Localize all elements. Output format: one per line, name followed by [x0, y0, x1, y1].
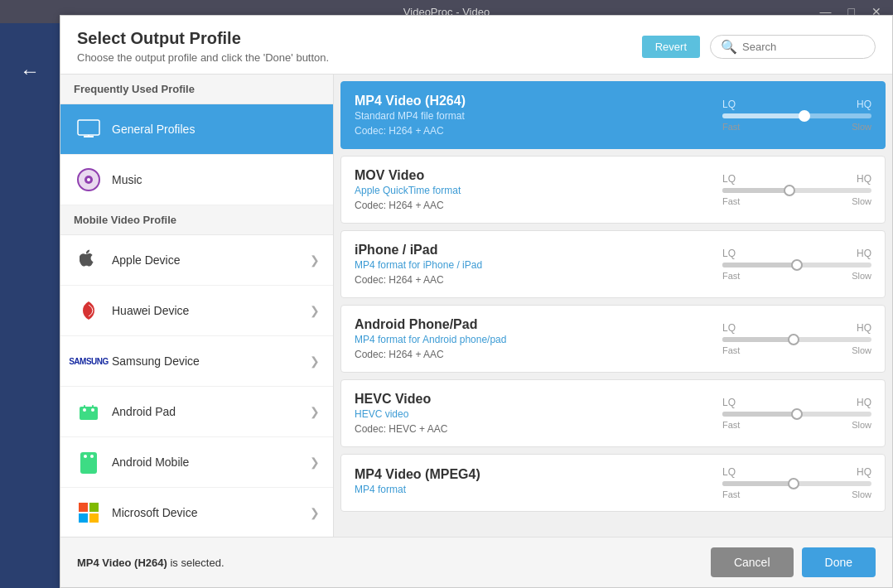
android-mobile-label: Android Mobile	[112, 455, 310, 469]
lq-hq-labels: LQ HQ	[722, 248, 871, 259]
profile-iphone-ipad[interactable]: iPhone / iPad MP4 format for iPhone / iP…	[340, 230, 886, 298]
android-pad-label: Android Pad	[112, 405, 310, 418]
sidebar-item-samsung-device[interactable]: SAMSUNG Samsung Device ❯	[60, 336, 333, 387]
svg-rect-1	[84, 136, 94, 137]
hq-label: HQ	[857, 397, 871, 408]
profile-sub: HEVC video	[355, 408, 689, 420]
profile-mov-video[interactable]: MOV Video Apple QuickTime format Codec: …	[340, 156, 886, 224]
search-container[interactable]: 🔍	[710, 35, 876, 59]
svg-rect-18	[89, 503, 99, 512]
svg-rect-7	[80, 407, 98, 420]
profile-sub: MP4 format for Android phone/pad	[355, 334, 689, 345]
fast-label: Fast	[722, 489, 740, 499]
profile-slider[interactable]: LQ HQ Fast Slow	[689, 248, 871, 281]
sidebar-item-huawei-device[interactable]: Huawei Device ❯	[60, 286, 333, 336]
profile-sub: Apple QuickTime format	[355, 185, 689, 196]
profile-mp4-mpeg4[interactable]: MP4 Video (MPEG4) MP4 format LQ HQ Fast	[340, 454, 886, 512]
slider-track[interactable]	[722, 113, 871, 118]
samsung-icon: SAMSUNG	[74, 346, 104, 376]
slider-labels: Fast Slow	[722, 122, 871, 132]
sidebar-item-apple-device[interactable]: Apple Device ❯	[60, 235, 333, 286]
mobile-video-title: Mobile Video Profile	[60, 205, 333, 235]
profile-codec: Codec: H264 + AAC	[355, 349, 689, 360]
profile-title: MOV Video	[355, 168, 689, 183]
slider-labels: Fast Slow	[722, 489, 871, 499]
sidebar-item-general-profiles[interactable]: General Profiles	[60, 104, 333, 155]
huawei-device-label: Huawei Device	[112, 304, 310, 317]
slider-fill	[722, 113, 804, 118]
microsoft-device-label: Microsoft Device	[112, 506, 310, 519]
lq-label: LQ	[722, 248, 736, 259]
slider-track[interactable]	[722, 188, 871, 193]
dialog-body: Frequently Used Profile General Profiles	[60, 75, 892, 537]
slider-thumb[interactable]	[784, 185, 795, 196]
microsoft-icon	[74, 498, 104, 528]
apple-device-label: Apple Device	[112, 253, 310, 267]
profile-sub: MP4 format	[355, 484, 689, 495]
slider-thumb[interactable]	[791, 259, 803, 271]
slider-labels: Fast Slow	[722, 271, 871, 281]
android-pad-icon	[74, 397, 104, 427]
slider-track[interactable]	[722, 412, 871, 417]
frequently-used-title: Frequently Used Profile	[60, 75, 333, 104]
profile-title: MP4 Video (MPEG4)	[355, 467, 689, 482]
lq-hq-labels: LQ HQ	[722, 173, 871, 185]
slow-label: Slow	[852, 489, 871, 499]
profile-slider[interactable]: LQ HQ Fast Slow	[689, 173, 871, 206]
profile-codec: Codec: HEVC + AAC	[355, 423, 689, 435]
slow-label: Slow	[852, 420, 871, 430]
slider-fill	[722, 481, 794, 486]
dialog-footer: MP4 Video (H264) is selected. Cancel Don…	[60, 537, 892, 587]
fast-label: Fast	[722, 122, 740, 132]
slider-thumb[interactable]	[788, 334, 799, 345]
sidebar-item-microsoft-device[interactable]: Microsoft Device ❯	[60, 488, 333, 537]
header-right: Revert 🔍	[642, 35, 876, 59]
profile-info: HEVC Video HEVC video Codec: HEVC + AAC	[355, 392, 689, 435]
slider-track[interactable]	[722, 263, 871, 267]
lq-label: LQ	[722, 397, 736, 408]
profile-mp4-h264[interactable]: MP4 Video (H264) Standard MP4 file forma…	[340, 81, 886, 149]
profile-hevc-video[interactable]: HEVC Video HEVC video Codec: HEVC + AAC …	[340, 379, 886, 447]
profile-slider[interactable]: LQ HQ Fast Slow	[689, 466, 871, 499]
slider-track[interactable]	[722, 337, 871, 342]
slider-thumb[interactable]	[791, 408, 803, 420]
hq-label: HQ	[857, 466, 871, 478]
profile-slider[interactable]: LQ HQ Fast Slow	[689, 397, 871, 430]
done-button[interactable]: Done	[802, 547, 876, 577]
svg-rect-17	[79, 503, 88, 512]
screen-icon	[74, 114, 104, 144]
slow-label: Slow	[852, 196, 871, 206]
sidebar-item-android-mobile[interactable]: Android Mobile ❯	[60, 437, 333, 488]
search-icon: 🔍	[721, 39, 737, 55]
profile-android-phone-pad[interactable]: Android Phone/Pad MP4 format for Android…	[340, 305, 886, 373]
dialog-subtitle: Choose the output profile and click the …	[77, 51, 329, 64]
search-input[interactable]	[742, 41, 865, 53]
cancel-button[interactable]: Cancel	[711, 547, 794, 577]
app-sidebar: ←	[0, 23, 60, 588]
slider-track[interactable]	[722, 481, 871, 486]
lq-label: LQ	[722, 173, 736, 185]
profile-title: iPhone / iPad	[355, 243, 689, 258]
slider-thumb[interactable]	[788, 478, 799, 489]
back-nav[interactable]: ←	[0, 46, 60, 96]
svg-point-8	[83, 408, 86, 412]
dialog-title-area: Select Output Profile Choose the output …	[77, 29, 329, 64]
music-label: Music	[112, 173, 320, 186]
slider-thumb[interactable]	[799, 110, 810, 122]
dialog-title: Select Output Profile	[77, 29, 329, 48]
sidebar-item-music[interactable]: Music	[60, 155, 333, 205]
lq-hq-labels: LQ HQ	[722, 397, 871, 408]
profile-slider[interactable]: LQ HQ Fast Slow	[689, 322, 871, 355]
profile-slider[interactable]: LQ HQ Fast Slow	[689, 99, 871, 132]
general-profiles-label: General Profiles	[112, 123, 320, 136]
sidebar-item-android-pad[interactable]: Android Pad ❯	[60, 387, 333, 437]
profile-codec: Codec: H264 + AAC	[355, 274, 689, 286]
lq-label: LQ	[722, 466, 736, 478]
back-button[interactable]: ←	[20, 60, 40, 83]
profile-sub: MP4 format for iPhone / iPad	[355, 259, 689, 271]
output-profile-dialog: Select Output Profile Choose the output …	[60, 15, 893, 588]
svg-point-6	[87, 178, 90, 181]
lq-hq-labels: LQ HQ	[722, 99, 871, 110]
revert-button[interactable]: Revert	[642, 36, 700, 58]
slow-label: Slow	[852, 345, 871, 355]
